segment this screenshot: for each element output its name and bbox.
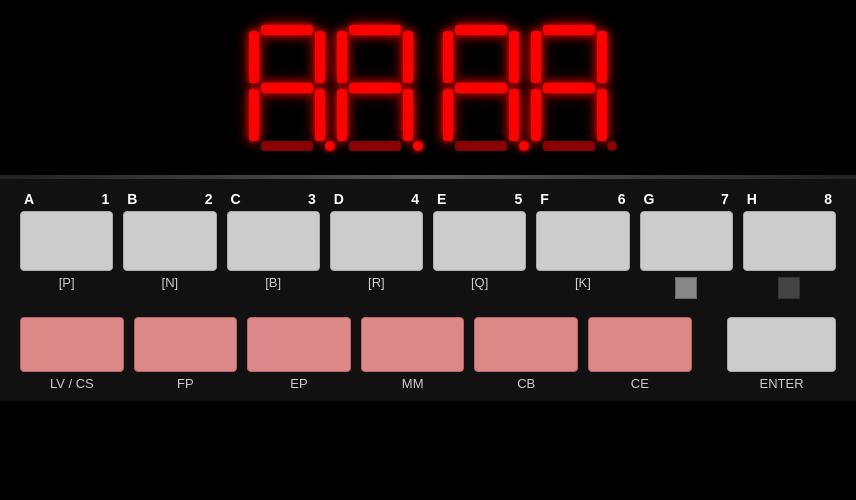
key-number-8: 8 [824, 191, 832, 207]
key-number-4: 4 [411, 191, 419, 207]
bottom-key-group-ep: EP [247, 317, 351, 391]
key-group-e5: E 5 [Q] [433, 191, 526, 299]
key-sub-b2: [N] [162, 275, 179, 290]
key-button-mm[interactable] [361, 317, 465, 372]
bottom-label-ce: CE [631, 376, 649, 391]
digit-3 [441, 23, 521, 153]
digit-4 [529, 23, 609, 153]
bottom-key-group-mm: MM [361, 317, 465, 391]
key-button-enter[interactable] [727, 317, 836, 372]
bottom-key-group-enter: ENTER [727, 317, 836, 391]
key-letter-g: G [644, 191, 655, 207]
key-button-h8[interactable] [743, 211, 836, 271]
bottom-label-lvcs: LV / CS [50, 376, 94, 391]
bottom-key-group-cb: CB [474, 317, 578, 391]
key-group-b2: B 2 [N] [123, 191, 216, 299]
key-number-1: 1 [101, 191, 109, 207]
key-button-lvcs[interactable] [20, 317, 124, 372]
bottom-label-ep: EP [290, 376, 307, 391]
key-number-7: 7 [721, 191, 729, 207]
key-button-fp[interactable] [134, 317, 238, 372]
seven-segment-display [247, 23, 609, 153]
display-section [0, 0, 856, 175]
key-button-c3[interactable] [227, 211, 320, 271]
bottom-key-group-ce: CE [588, 317, 692, 391]
key-letter-h: H [747, 191, 757, 207]
bottom-key-group-lvcs: LV / CS [20, 317, 124, 391]
bottom-label-mm: MM [402, 376, 424, 391]
small-square-h [778, 277, 800, 299]
key-button-g7[interactable] [640, 211, 733, 271]
key-letter-d: D [334, 191, 344, 207]
key-group-f6: F 6 [K] [536, 191, 629, 299]
key-number-2: 2 [205, 191, 213, 207]
key-letter-a: A [24, 191, 34, 207]
key-group-g7: G 7 [640, 191, 733, 299]
key-number-3: 3 [308, 191, 316, 207]
digit-1 [247, 23, 327, 153]
key-button-b2[interactable] [123, 211, 216, 271]
key-group-h8: H 8 [743, 191, 836, 299]
key-button-a1[interactable] [20, 211, 113, 271]
key-sub-c3: [B] [265, 275, 281, 290]
key-group-c3: C 3 [B] [227, 191, 320, 299]
key-letter-e: E [437, 191, 446, 207]
key-sub-d4: [R] [368, 275, 385, 290]
bottom-label-enter: ENTER [760, 376, 804, 391]
bottom-label-cb: CB [517, 376, 535, 391]
key-letter-f: F [540, 191, 549, 207]
key-letter-b: B [127, 191, 137, 207]
key-button-ep[interactable] [247, 317, 351, 372]
bottom-key-group-fp: FP [134, 317, 238, 391]
top-keys-row: A 1 [P] B 2 [N] C 3 [B] D 4 [20, 191, 836, 299]
key-group-d4: D 4 [R] [330, 191, 423, 299]
key-button-f6[interactable] [536, 211, 629, 271]
key-sub-e5: [Q] [471, 275, 488, 290]
key-button-d4[interactable] [330, 211, 423, 271]
digit-2 [335, 23, 415, 153]
key-number-5: 5 [514, 191, 522, 207]
key-button-cb[interactable] [474, 317, 578, 372]
small-square-g [675, 277, 697, 299]
key-sub-a1: [P] [59, 275, 75, 290]
key-number-6: 6 [618, 191, 626, 207]
key-button-e5[interactable] [433, 211, 526, 271]
bottom-keys-row: LV / CS FP EP MM CB CE ENTER [20, 317, 836, 401]
key-group-a1: A 1 [P] [20, 191, 113, 299]
key-button-ce[interactable] [588, 317, 692, 372]
keys-section: A 1 [P] B 2 [N] C 3 [B] D 4 [0, 179, 856, 401]
key-letter-c: C [231, 191, 241, 207]
bottom-label-fp: FP [177, 376, 194, 391]
key-sub-f6: [K] [575, 275, 591, 290]
